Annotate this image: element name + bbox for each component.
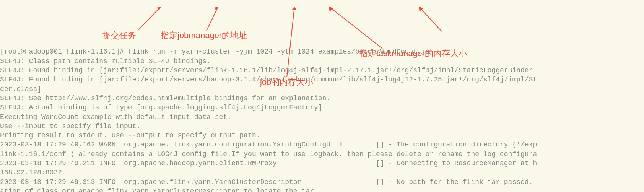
svg-line-8 bbox=[419, 7, 442, 31]
log-line: Printing result to stdout. Use --output … bbox=[0, 132, 260, 139]
log-line: SLF4J: Class path contains multiple SLF4… bbox=[0, 57, 211, 65]
svg-marker-3 bbox=[214, 7, 218, 11]
svg-marker-7 bbox=[329, 7, 333, 11]
log-line: der.class] bbox=[0, 85, 41, 93]
arrow-icon bbox=[203, 4, 226, 33]
log-line: ation of class org.apache.flink.yarn.Yar… bbox=[0, 187, 314, 192]
svg-marker-5 bbox=[292, 7, 296, 10]
terminal-output: [root@hadoop001 flink-1.16.1]# flink run… bbox=[0, 37, 644, 192]
arrow-icon bbox=[138, 4, 168, 33]
svg-marker-9 bbox=[419, 7, 423, 11]
log-line: 2023-03-18 17:29:49,313 INFO org.apache.… bbox=[0, 178, 533, 186]
log-line: 2023-03-18 17:29:49,211 INFO org.apache.… bbox=[0, 159, 537, 167]
annotation-jobmanager-addr: 指定jobmanager的地址 bbox=[161, 30, 247, 41]
log-line: SLF4J: See http://www.slf4j.org/codes.ht… bbox=[0, 94, 330, 102]
annotation-job-memory: job的内存大小 bbox=[260, 76, 313, 88]
log-line: SLF4J: Actual binding is of type [org.ap… bbox=[0, 104, 322, 111]
log-line: SLF4J: Found binding in [jar:file:/expor… bbox=[0, 67, 537, 74]
svg-line-0 bbox=[138, 7, 161, 31]
shell-prompt: [root@hadoop001 flink-1.16.1]# bbox=[0, 48, 128, 55]
log-line: 2023-03-18 17:29:49,162 WARN org.apache.… bbox=[0, 141, 537, 148]
svg-marker-1 bbox=[157, 7, 161, 11]
log-line: Use --input to specify file input. bbox=[0, 122, 140, 130]
annotation-submit-task: 提交任务 bbox=[102, 30, 136, 41]
annotation-taskmanager-memory: 指定taskmanager的内存大小 bbox=[359, 48, 467, 59]
svg-line-2 bbox=[207, 7, 218, 31]
log-line: link-1.16.1/conf') already contains a LO… bbox=[0, 150, 537, 158]
arrow-icon bbox=[415, 5, 446, 33]
log-line: Executing WordCount example with default… bbox=[0, 113, 231, 121]
log-line: 168.92.128:8032 bbox=[0, 169, 62, 176]
